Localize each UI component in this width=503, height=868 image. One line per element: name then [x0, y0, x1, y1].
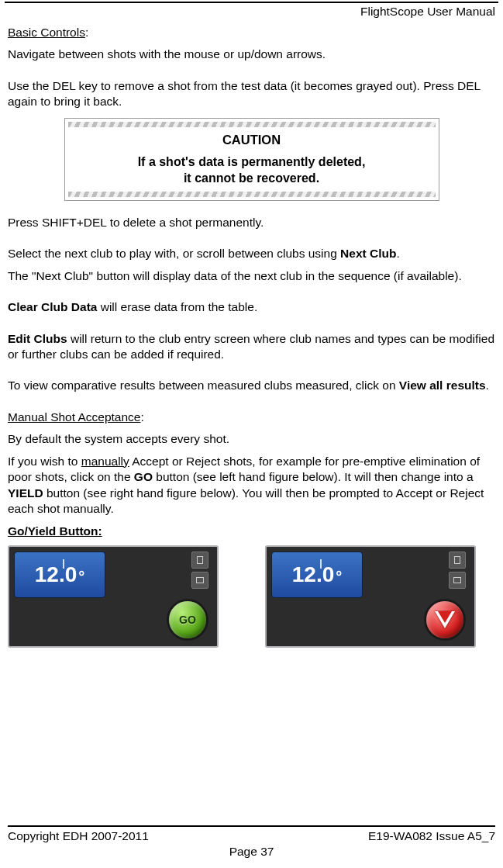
manually-underline: manually: [81, 455, 129, 468]
text: .: [486, 379, 489, 392]
tick-mark-icon: [320, 559, 322, 569]
yield-button[interactable]: [426, 601, 463, 638]
view-results-bold: View all results: [399, 379, 486, 392]
yield-triangle-inner: [438, 611, 452, 623]
degree-symbol: °: [78, 566, 84, 586]
basic-controls-heading: Basic Controls: [8, 26, 85, 39]
manual-shot-p2: If you wish to manually Accept or Reject…: [8, 454, 495, 517]
clear-club-para: Clear Club Data will erase data from the…: [8, 299, 495, 315]
angle-panel-left: 12.0°: [14, 552, 105, 598]
mini-icon-bottom: [191, 572, 208, 589]
angle-panel-right: 12.0°: [271, 552, 363, 598]
manual-shot-heading-line: Manual Shot Acceptance:: [8, 410, 495, 425]
page: FlightScope User Manual Basic Controls: …: [0, 0, 503, 868]
header-title: FlightScope User Manual: [360, 5, 495, 19]
clear-club-bold: Clear Club Data: [8, 300, 97, 313]
go-bold: GO: [134, 470, 153, 483]
basic-controls-p1: Navigate between shots with the mouse or…: [8, 47, 495, 62]
next-club-desc: The "Next Club" button will display data…: [8, 268, 495, 284]
basic-controls-heading-line: Basic Controls:: [8, 25, 495, 40]
header-rule: [5, 2, 498, 3]
edit-clubs-para: Edit Clubs will return to the club entry…: [8, 331, 495, 363]
edit-clubs-bold: Edit Clubs: [8, 332, 67, 345]
text: If you wish to: [8, 455, 81, 468]
go-button[interactable]: GO: [169, 601, 206, 638]
caution-line-1: If a shot's data is permanently deleted,: [73, 154, 431, 171]
text: To view comparative results between meas…: [8, 379, 399, 392]
footer-center: Page 37: [8, 845, 495, 859]
text: button (see left hand figure below). It …: [153, 470, 474, 483]
text: will erase data from the table.: [97, 300, 257, 313]
text: will return to the club entry screen whe…: [8, 332, 494, 361]
basic-controls-p2: Use the DEL key to remove a shot from th…: [8, 78, 495, 110]
figures-row: 12.0° GO 12.0°: [8, 545, 495, 648]
caution-line-2: it cannot be recovered.: [73, 170, 431, 187]
caution-hatch-bottom: [68, 192, 436, 197]
caution-hatch-top: [68, 122, 436, 127]
angle-number: 12.0: [292, 561, 335, 590]
caution-container: CAUTION If a shot's data is permanently …: [8, 118, 495, 201]
figure-yield: 12.0°: [265, 545, 476, 648]
caution-box: CAUTION If a shot's data is permanently …: [64, 118, 439, 201]
angle-number: 12.0: [35, 561, 78, 590]
mini-icon-top: [449, 552, 466, 569]
colon: :: [85, 26, 88, 39]
caution-inner: CAUTION If a shot's data is permanently …: [68, 127, 436, 192]
manual-shot-p1: By default the system accepts every shot…: [8, 431, 495, 447]
go-button-label: GO: [179, 613, 196, 627]
tick-mark-icon: [63, 559, 64, 569]
angle-value-left: 12.0°: [35, 561, 85, 590]
after-caution-p1: Press SHIFT+DEL to delete a shot permane…: [8, 215, 495, 230]
next-club-para: Select the next club to play with, or sc…: [8, 246, 495, 261]
text: button (see right hand figure below). Yo…: [8, 486, 484, 515]
mini-icon-bottom: [449, 572, 466, 589]
footer-right: E19-WA082 Issue A5_7: [368, 829, 495, 843]
mini-icons-right: [446, 552, 468, 589]
footer-rule: [8, 825, 495, 827]
text: Select the next club to play with, or sc…: [8, 247, 340, 260]
colon: :: [140, 410, 143, 424]
manual-shot-heading: Manual Shot Acceptance: [8, 410, 140, 424]
footer: Copyright EDH 2007-2011 E19-WA082 Issue …: [8, 825, 495, 859]
figure-go: 12.0° GO: [8, 545, 219, 648]
footer-row: Copyright EDH 2007-2011 E19-WA082 Issue …: [8, 829, 495, 843]
footer-left: Copyright EDH 2007-2011: [8, 829, 149, 843]
caution-title: CAUTION: [73, 132, 431, 149]
go-yield-heading-text: Go/Yield Button:: [8, 524, 102, 538]
degree-symbol: °: [336, 566, 342, 586]
mini-icons-left: [189, 552, 211, 589]
go-yield-heading: Go/Yield Button:: [8, 524, 495, 539]
angle-value-right: 12.0°: [292, 561, 343, 590]
mini-icon-top: [191, 552, 208, 569]
next-club-bold: Next Club: [340, 247, 396, 260]
view-results-para: To view comparative results between meas…: [8, 378, 495, 393]
text: .: [396, 247, 399, 260]
content-area: Basic Controls: Navigate between shots w…: [8, 25, 495, 821]
yield-bold: YIELD: [8, 486, 43, 500]
